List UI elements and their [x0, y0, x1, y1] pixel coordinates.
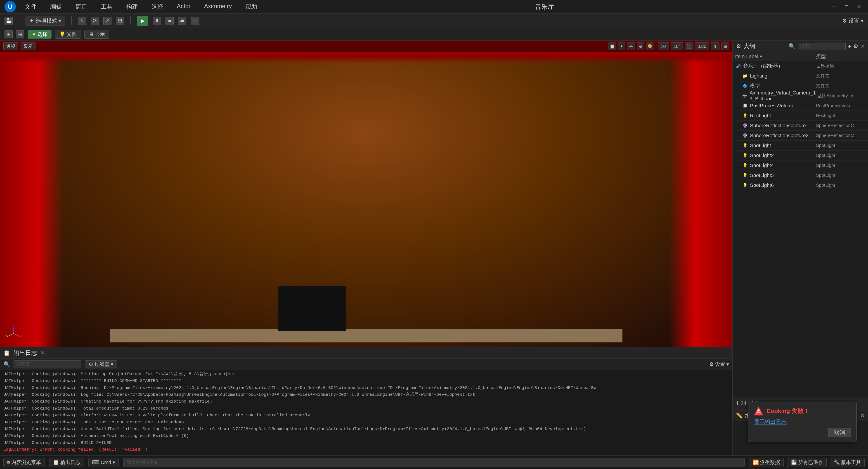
menu-select[interactable]: 选择	[149, 2, 165, 12]
console-input[interactable]: 输入控制台命令	[123, 458, 745, 467]
menu-file[interactable]: 文件	[23, 2, 39, 12]
tree-item-type: SpotLight	[816, 143, 866, 148]
viewport-perspective-btn[interactable]: 透视	[3, 42, 18, 51]
close-button[interactable]: ✕	[855, 3, 864, 10]
transform-button-4[interactable]: ⊞	[116, 17, 124, 25]
minimize-button[interactable]: ─	[830, 3, 839, 10]
cmd-selector[interactable]: ⌨ Cmd ▾	[88, 458, 119, 467]
tree-item[interactable]: 💡SpotLight2SpotLight	[733, 151, 868, 160]
details-close-button[interactable]: ✕	[860, 412, 865, 419]
output-log-button[interactable]: 📋 输出日志	[49, 458, 84, 467]
tree-item-type: SpotLight	[816, 183, 866, 188]
vp-layer-value[interactable]: 1	[711, 42, 719, 51]
transform-button-2[interactable]: ⟳	[91, 17, 99, 25]
log-line: UATHelper: Cooking (Windows): UnrealBuil…	[3, 426, 729, 432]
mode-select-button[interactable]: ✦ 选项模式 ▾	[26, 16, 65, 26]
pause-button[interactable]: ⏸	[153, 17, 161, 25]
tree-item[interactable]: 💡RectLightRectLight	[733, 111, 868, 121]
log-settings-button[interactable]: ⚙ 设置 ▾	[709, 361, 729, 368]
tree-item-icon: 🔷	[742, 83, 748, 89]
menu-help[interactable]: 帮助	[243, 2, 259, 12]
vp-icon-1[interactable]: 🔲	[608, 42, 616, 50]
vp-expand-icon[interactable]: ⊞	[721, 42, 729, 50]
tree-item-type: SphereReflectionC	[816, 123, 866, 128]
tree-item-type: 世界场景	[816, 63, 866, 69]
tree-item[interactable]: 💡SpotLight4SpotLight	[733, 160, 868, 170]
outline-add-icon[interactable]: +	[848, 43, 851, 50]
stop-button[interactable]: ■	[165, 17, 174, 25]
viewport[interactable]: 透视 显示 🔲 ✦ ◎ ⚙ 🎨 10 10° ⬛	[0, 41, 732, 347]
vp-angle-value[interactable]: 10°	[671, 42, 683, 51]
toast-cancel-button[interactable]: 取消	[828, 428, 851, 437]
outline-column-header: Item Label ▾ 类型	[733, 52, 868, 61]
log-line: UATHelper: Cooking (Windows): Platform w…	[3, 412, 729, 418]
vp-icon-2[interactable]: ✦	[618, 42, 625, 50]
vp-grid-value[interactable]: 10	[658, 42, 669, 51]
vp-scale-icon[interactable]: ⬛	[685, 42, 693, 50]
log-close-button[interactable]: ✕	[40, 350, 44, 356]
tree-item-name: SpotLight4	[750, 162, 816, 168]
tree-item[interactable]: 🔷模型文件夹	[733, 81, 868, 91]
tree-item[interactable]: 📁Lighting文件夹	[733, 71, 868, 81]
axes-indicator: X Y Z	[4, 324, 23, 342]
vp-scale-value[interactable]: 0.25	[694, 42, 709, 51]
content-menu-button[interactable]: ≡ 内容浏览菜单	[3, 458, 45, 467]
tree-item[interactable]: 📷Aximmetry_Virtual_Camera_1-3_Billboar蓝图…	[733, 91, 868, 101]
save-all-button[interactable]: 💾 所有已保存	[787, 458, 827, 467]
save-button[interactable]: 💾	[4, 17, 13, 25]
grid-icon[interactable]: ⊞	[16, 30, 24, 38]
tree-item-icon: 🔊	[735, 63, 741, 69]
log-line: UATHelper: Cooking (Windows): Automation…	[3, 432, 729, 439]
menu-tools[interactable]: 工具	[99, 2, 115, 12]
outline-tree[interactable]: 🔊音乐厅（编辑器）世界场景📁Lighting文件夹🔷模型文件夹📷Aximmetr…	[733, 61, 868, 397]
viewport-show-btn[interactable]: 显示	[21, 42, 35, 51]
vp-icon-4[interactable]: ⚙	[637, 42, 644, 50]
menu-edit[interactable]: 编辑	[48, 2, 64, 12]
tree-item-type: SpotLight	[816, 163, 866, 168]
menu-window[interactable]: 窗口	[73, 2, 90, 12]
version-tools-button[interactable]: 🔧 版本工具	[830, 458, 865, 467]
log-filter-button[interactable]: ⚙ 过滤器 ▾	[85, 360, 117, 368]
tree-item[interactable]: 💡SpotLight5SpotLight	[733, 170, 868, 180]
menu-actor[interactable]: Actor	[175, 2, 193, 12]
extra-button[interactable]: ⋯	[191, 17, 199, 25]
tree-item-name: 模型	[750, 83, 816, 89]
selection-mode-button[interactable]: ✦ 选择	[28, 30, 52, 39]
outline-filter-icon[interactable]: ⚙	[736, 43, 741, 50]
tree-item[interactable]: 🔮SphereReflectionCapture2SphereReflectio…	[733, 131, 868, 140]
transform-button-1[interactable]: ↖	[78, 17, 86, 25]
play-button[interactable]: ▶	[137, 16, 148, 26]
log-line: UATHelper: Cooking (Windows): BUILD FAIL…	[3, 439, 729, 446]
stage	[110, 329, 622, 342]
mode-icon[interactable]: ⊞	[4, 30, 13, 38]
tree-item[interactable]: 💡SpotLight6SpotLight	[733, 180, 868, 190]
tree-item-type: SpotLight	[816, 173, 866, 178]
outline-settings-icon[interactable]: ⚙	[853, 43, 858, 50]
vp-icon-3[interactable]: ◎	[627, 42, 635, 50]
tree-item[interactable]: 🔊音乐厅（编辑器）世界场景	[733, 61, 868, 71]
eject-button[interactable]: ⏏	[178, 17, 186, 25]
outline-close-button[interactable]: ✕	[861, 43, 865, 49]
toast-link[interactable]: 显示输出日志	[754, 418, 851, 426]
log-search-input[interactable]: 搜索日志	[13, 360, 82, 368]
transform-button-3[interactable]: ⤢	[103, 17, 112, 25]
tree-item[interactable]: 💡SpotLightSpotLight	[733, 140, 868, 151]
tree-item-icon: 🔮	[742, 132, 748, 139]
settings-button[interactable]: ⚙ 设置 ▾	[842, 17, 864, 24]
title-bar: U 文件 编辑 窗口 工具 构建 选择 Actor Aximmetry 帮助 音…	[0, 0, 868, 13]
maximize-button[interactable]: □	[842, 3, 851, 10]
tree-item[interactable]: 🔮SphereReflectionCaptureSphereReflection…	[733, 121, 868, 131]
light-button[interactable]: 💡 光照	[55, 30, 81, 39]
viewport-image: 透视 显示 🔲 ✦ ◎ ⚙ 🎨 10 10° ⬛	[0, 41, 732, 347]
log-line: UATHelper: Cooking (Windows): Log file: …	[3, 391, 729, 398]
display-button[interactable]: 🖥 显示	[84, 30, 109, 39]
menu-aximmetry[interactable]: Aximmetry	[202, 2, 234, 12]
derived-data-button[interactable]: 🔁 派生数据	[749, 458, 784, 467]
outline-search-icon[interactable]: 🔍	[788, 43, 796, 50]
vp-icon-5[interactable]: 🎨	[646, 42, 654, 50]
column-label[interactable]: Item Label ▾	[735, 54, 816, 59]
outline-search-input[interactable]: 搜索	[798, 43, 846, 50]
tree-item[interactable]: 🔲PostProcessVolumePostProcessVolu	[733, 101, 868, 111]
log-title-icon: 📋	[3, 350, 10, 356]
menu-build[interactable]: 构建	[124, 2, 140, 12]
